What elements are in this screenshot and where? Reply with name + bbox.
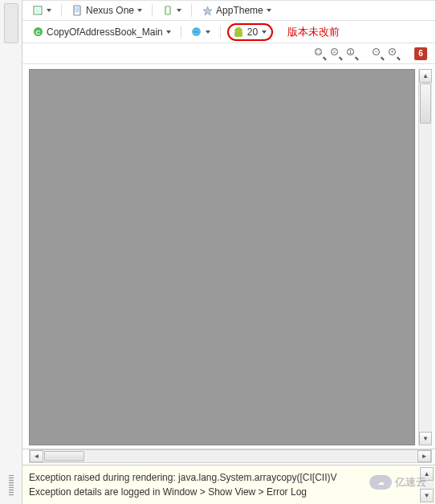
scroll-down-button[interactable]: ▼ [419, 432, 432, 445]
svg-marker-5 [203, 6, 212, 15]
globe-icon [191, 26, 202, 38]
phone-icon [71, 5, 83, 16]
zoom-fit-icon[interactable]: □ [315, 48, 326, 59]
scroll-down-button[interactable]: ▼ [420, 489, 434, 502]
chevron-down-icon [262, 30, 267, 34]
gutter-tab[interactable] [4, 3, 18, 43]
cloud-icon: ☁ [369, 475, 392, 490]
chevron-down-icon [206, 30, 210, 34]
chevron-down-icon [137, 9, 142, 12]
activity-icon: C [32, 26, 43, 38]
chevron-down-icon [177, 9, 181, 12]
horizontal-scrollbar[interactable]: ◄ ► [29, 449, 432, 463]
svg-point-8 [192, 27, 201, 36]
error-badge[interactable]: 6 [414, 47, 427, 60]
zoom-reset-icon[interactable]: = [331, 48, 342, 59]
scroll-thumb[interactable] [420, 83, 431, 124]
scroll-right-button[interactable]: ► [418, 450, 431, 462]
gutter-handle[interactable] [9, 475, 14, 496]
watermark: ☁ 亿速云 [369, 475, 426, 490]
left-gutter [0, 0, 22, 504]
vertical-scrollbar[interactable]: ▲ ▼ [418, 69, 432, 445]
toolbar-activity: C CopyOfAddressBook_Main 20 版本未改前 [22, 21, 435, 43]
config-icon [32, 5, 43, 16]
watermark-text: 亿速云 [395, 475, 426, 490]
zoom-toolbar: □ = 1 − + 6 [22, 43, 435, 64]
layout-preview-canvas[interactable] [29, 69, 415, 445]
device-label: Nexus One [86, 5, 134, 16]
activity-label: CopyOfAddressBook_Main [47, 26, 163, 38]
locale-dropdown[interactable] [188, 25, 214, 39]
api-level-label: 20 [247, 26, 258, 38]
star-icon [202, 5, 213, 16]
scroll-up-button[interactable]: ▲ [419, 69, 432, 83]
svg-text:C: C [35, 29, 40, 36]
theme-dropdown[interactable]: AppTheme [198, 3, 275, 18]
theme-label: AppTheme [216, 5, 263, 16]
svg-rect-4 [165, 6, 170, 14]
chevron-down-icon [267, 9, 271, 12]
annotation-text: 版本未改前 [287, 25, 340, 39]
orientation-icon [162, 5, 173, 16]
preview-area: ▲ ▼ [22, 64, 435, 449]
zoom-in-icon[interactable]: + [389, 48, 400, 59]
orientation-dropdown[interactable] [159, 3, 185, 18]
toolbar-config: Nexus One AppTheme [22, 0, 435, 21]
scroll-left-button[interactable]: ◄ [30, 450, 43, 462]
activity-dropdown[interactable]: C CopyOfAddressBook_Main [29, 25, 174, 39]
zoom-actual-icon[interactable]: 1 [347, 48, 358, 59]
api-level-dropdown[interactable]: 20 [227, 23, 273, 41]
svg-rect-3 [75, 7, 79, 13]
svg-rect-1 [35, 8, 40, 13]
chevron-down-icon [166, 30, 171, 34]
zoom-out-icon[interactable]: − [373, 48, 384, 59]
device-dropdown[interactable]: Nexus One [68, 3, 145, 18]
config-dropdown[interactable] [29, 3, 55, 18]
chevron-down-icon [47, 9, 51, 12]
android-icon [234, 26, 243, 38]
scroll-thumb[interactable] [44, 451, 84, 461]
